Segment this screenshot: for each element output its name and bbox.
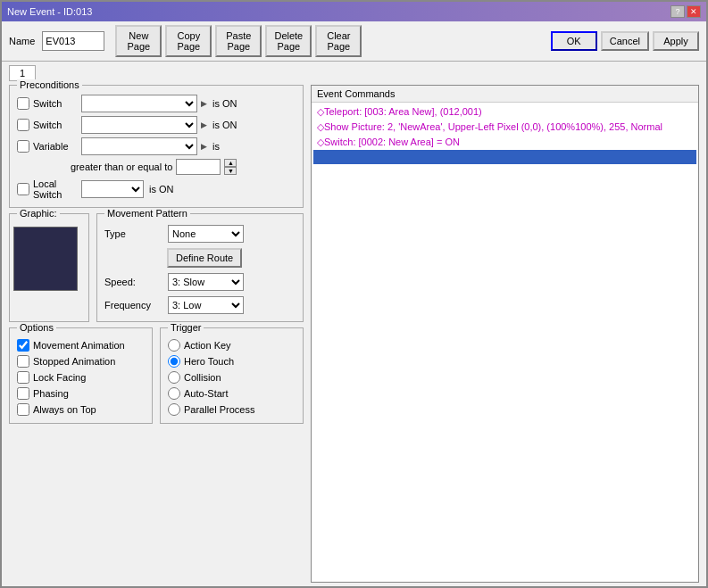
local-switch-checkbox[interactable] <box>17 183 29 195</box>
event-commands-list[interactable]: ◇Teleport: [003: Area New], (012,001)◇Sh… <box>312 103 698 582</box>
variable-select[interactable] <box>81 137 197 155</box>
event-commands-title: Event Commands <box>312 86 698 103</box>
parallel-process-row: Parallel Process <box>168 403 296 416</box>
name-label: Name <box>9 36 35 46</box>
greater-input[interactable] <box>176 159 221 175</box>
toolbar: Name NewPage CopyPage PastePage DeletePa… <box>2 21 706 62</box>
always-on-top-row: Always on Top <box>17 403 145 416</box>
local-switch-select[interactable] <box>81 180 144 198</box>
hero-touch-radio[interactable] <box>168 355 180 368</box>
options-box: Options Movement Animation Stopped Anima… <box>9 327 153 424</box>
movement-rows: Type None Random Approach Custom Define … <box>104 225 296 314</box>
trigger-title: Trigger <box>168 322 204 333</box>
options-rows: Movement Animation Stopped Animation Loc… <box>17 339 145 416</box>
bottom-panels: Graphic: Movement Pattern Type None Rand… <box>9 213 304 322</box>
collision-radio[interactable] <box>168 371 180 384</box>
spin-up[interactable]: ▲ <box>224 159 237 167</box>
preconditions-rows: Switch ▶ is ON Switch <box>17 95 296 200</box>
graphic-preview[interactable] <box>13 227 78 291</box>
title-bar-left: New Event - ID:013 <box>7 6 92 17</box>
event-item[interactable]: ◇Teleport: [003: Area New], (012,001) <box>313 104 696 120</box>
phasing-label: Phasing <box>33 388 69 399</box>
local-is-on: is ON <box>149 184 174 195</box>
event-commands-panel: Event Commands ◇Teleport: [003: Area New… <box>311 85 699 583</box>
help-button[interactable]: ? <box>671 5 685 18</box>
options-title: Options <box>17 322 56 333</box>
title-bar: New Event - ID:013 ? ✕ <box>2 2 706 21</box>
clear-page-button[interactable]: ClearPage <box>315 25 362 57</box>
define-route-button[interactable]: Define Route <box>167 248 242 268</box>
switch1-is-on: is ON <box>212 98 237 109</box>
switch2-checkbox[interactable] <box>17 119 29 131</box>
cancel-button[interactable]: Cancel <box>601 31 649 51</box>
event-item[interactable]: ◇Show Picture: 2, 'NewArea', Upper-Left … <box>313 120 696 135</box>
stopped-animation-checkbox[interactable] <box>17 355 29 368</box>
type-select[interactable]: None Random Approach Custom <box>168 225 244 243</box>
hero-touch-row: Hero Touch <box>168 355 296 368</box>
hero-touch-label: Hero Touch <box>184 356 234 367</box>
event-item[interactable] <box>313 150 696 164</box>
variable-label: Variable <box>33 141 78 152</box>
apply-button[interactable]: Apply <box>653 31 699 51</box>
parallel-process-radio[interactable] <box>168 403 180 416</box>
lock-facing-row: Lock Facing <box>17 371 145 384</box>
frequency-row: Frequency 1: Lowest 2: Lower 3: Low 4: N… <box>104 296 296 314</box>
auto-start-radio[interactable] <box>168 387 180 400</box>
phasing-checkbox[interactable] <box>17 387 29 400</box>
collision-row: Collision <box>168 371 296 384</box>
main-panels: Preconditions Switch ▶ is ON <box>9 85 699 583</box>
local-switch-row: Local Switch is ON <box>17 178 296 200</box>
define-route-row: Define Route <box>104 248 296 268</box>
variable-arrow: ▶ <box>201 142 207 151</box>
speed-select[interactable]: 1: x8 Slow 2: Slow 3: Slow 4: Normal 5: … <box>168 273 244 291</box>
trigger-rows: Action Key Hero Touch Collision <box>168 339 296 416</box>
new-page-button[interactable]: NewPage <box>115 25 162 57</box>
graphic-title: Graphic: <box>17 208 60 219</box>
speed-label: Speed: <box>104 277 162 287</box>
copy-page-button[interactable]: CopyPage <box>165 25 212 57</box>
ok-button[interactable]: OK <box>551 31 597 51</box>
switch2-is-on: is ON <box>212 120 237 130</box>
movement-animation-label: Movement Animation <box>33 340 125 351</box>
paste-page-button[interactable]: PastePage <box>215 25 262 57</box>
toolbar-right: OK Cancel Apply <box>551 31 699 51</box>
switch2-label: Switch <box>33 120 78 130</box>
auto-start-row: Auto-Start <box>168 387 296 400</box>
collision-label: Collision <box>184 372 221 383</box>
switch2-arrow: ▶ <box>201 120 207 129</box>
movement-pattern-title: Movement Pattern <box>104 208 190 219</box>
action-key-row: Action Key <box>168 339 296 352</box>
frequency-label: Frequency <box>104 300 162 311</box>
greater-row: greater than or equal to ▲ ▼ <box>71 159 296 175</box>
delete-page-button[interactable]: DeletePage <box>265 25 312 57</box>
frequency-select[interactable]: 1: Lowest 2: Lower 3: Low 4: Normal 5: H… <box>168 296 244 314</box>
close-button[interactable]: ✕ <box>687 5 701 18</box>
switch1-row: Switch ▶ is ON <box>17 95 296 112</box>
always-on-top-checkbox[interactable] <box>17 403 29 416</box>
local-switch-label: Local Switch <box>33 178 78 200</box>
always-on-top-label: Always on Top <box>33 404 96 415</box>
title-bar-buttons: ? ✕ <box>671 5 701 18</box>
switch1-select[interactable] <box>81 95 197 112</box>
preconditions-title: Preconditions <box>17 79 82 90</box>
left-panel: Preconditions Switch ▶ is ON <box>9 85 304 583</box>
event-item[interactable]: ◇Switch: [0002: New Area] = ON <box>313 135 696 150</box>
variable-checkbox[interactable] <box>17 140 29 153</box>
stopped-animation-label: Stopped Animation <box>33 356 115 367</box>
switch1-label: Switch <box>33 98 78 109</box>
spin-down[interactable]: ▼ <box>224 167 237 175</box>
switch1-checkbox[interactable] <box>17 97 29 110</box>
trigger-box: Trigger Action Key Hero Touch <box>160 327 304 424</box>
name-input[interactable] <box>42 31 104 51</box>
auto-start-label: Auto-Start <box>184 388 229 399</box>
switch2-row: Switch ▶ is ON <box>17 116 296 134</box>
main-window: New Event - ID:013 ? ✕ Name NewPage Copy… <box>0 0 708 588</box>
spin-wrapper: ▲ ▼ <box>224 159 237 175</box>
movement-animation-row: Movement Animation <box>17 339 145 352</box>
switch2-select[interactable] <box>81 116 197 134</box>
preconditions-box: Preconditions Switch ▶ is ON <box>9 85 304 208</box>
action-key-radio[interactable] <box>168 339 180 352</box>
variable-row: Variable ▶ is <box>17 137 296 155</box>
lock-facing-checkbox[interactable] <box>17 371 29 384</box>
movement-animation-checkbox[interactable] <box>17 339 29 352</box>
